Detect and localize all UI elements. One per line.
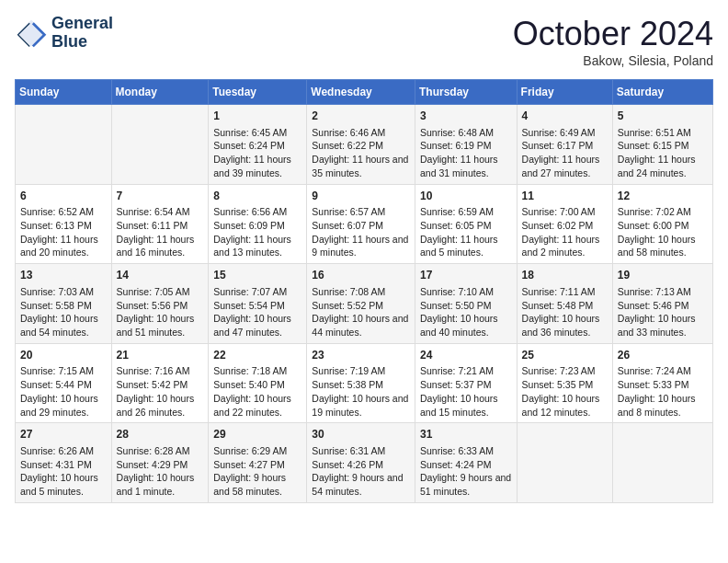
- daylight-text: Daylight: 10 hours and 36 minutes.: [522, 313, 600, 338]
- calendar-cell: 13Sunrise: 7:03 AMSunset: 5:58 PMDayligh…: [16, 264, 112, 344]
- calendar-cell: 4Sunrise: 6:49 AMSunset: 6:17 PMDaylight…: [517, 105, 612, 185]
- calendar-cell: 18Sunrise: 7:11 AMSunset: 5:48 PMDayligh…: [517, 264, 612, 344]
- sunset-text: Sunset: 6:07 PM: [312, 220, 383, 231]
- daylight-text: Daylight: 10 hours and 1 minute.: [117, 472, 195, 497]
- sunset-text: Sunset: 5:52 PM: [312, 300, 383, 311]
- daylight-text: Daylight: 10 hours and 40 minutes.: [420, 313, 498, 338]
- daylight-text: Daylight: 11 hours and 2 minutes.: [522, 234, 600, 259]
- calendar-week-row: 20Sunrise: 7:15 AMSunset: 5:44 PMDayligh…: [16, 343, 713, 423]
- sunrise-text: Sunrise: 6:45 AM: [213, 127, 287, 138]
- sunrise-text: Sunrise: 7:21 AM: [420, 365, 494, 376]
- day-number: 8: [213, 189, 301, 204]
- calendar-cell: 27Sunrise: 6:26 AMSunset: 4:31 PMDayligh…: [16, 423, 112, 503]
- day-number: 3: [420, 109, 512, 124]
- daylight-text: Daylight: 11 hours and 20 minutes.: [20, 234, 98, 259]
- daylight-text: Daylight: 11 hours and 27 minutes.: [522, 154, 600, 178]
- calendar-cell: 12Sunrise: 7:02 AMSunset: 6:00 PMDayligh…: [612, 184, 712, 264]
- daylight-text: Daylight: 10 hours and 33 minutes.: [618, 313, 696, 338]
- logo-text: General Blue: [51, 15, 113, 52]
- sunrise-text: Sunrise: 7:08 AM: [312, 286, 385, 297]
- daylight-text: Daylight: 10 hours and 12 minutes.: [522, 393, 600, 418]
- day-number: 24: [420, 348, 512, 363]
- sunrise-text: Sunrise: 7:10 AM: [420, 286, 494, 297]
- daylight-text: Daylight: 10 hours and 8 minutes.: [618, 393, 696, 418]
- day-number: 13: [20, 268, 107, 283]
- calendar-cell: 31Sunrise: 6:33 AMSunset: 4:24 PMDayligh…: [415, 423, 517, 503]
- day-number: 1: [213, 109, 301, 124]
- day-number: 18: [522, 268, 608, 283]
- sunrise-text: Sunrise: 7:24 AM: [618, 365, 691, 376]
- sunset-text: Sunset: 6:13 PM: [20, 220, 92, 231]
- calendar-cell: 8Sunrise: 6:56 AMSunset: 6:09 PMDaylight…: [209, 184, 307, 264]
- sunrise-text: Sunrise: 6:26 AM: [20, 445, 94, 456]
- calendar-cell: 5Sunrise: 6:51 AMSunset: 6:15 PMDaylight…: [612, 105, 712, 185]
- calendar-cell: [612, 423, 712, 503]
- calendar-week-row: 6Sunrise: 6:52 AMSunset: 6:13 PMDaylight…: [16, 184, 713, 264]
- calendar-cell: 16Sunrise: 7:08 AMSunset: 5:52 PMDayligh…: [307, 264, 415, 344]
- calendar-cell: 29Sunrise: 6:29 AMSunset: 4:27 PMDayligh…: [209, 423, 307, 503]
- sunset-text: Sunset: 5:46 PM: [618, 300, 689, 311]
- daylight-text: Daylight: 10 hours and 29 minutes.: [20, 393, 98, 418]
- day-number: 11: [522, 189, 608, 204]
- daylight-text: Daylight: 10 hours and 26 minutes.: [117, 393, 195, 418]
- sunrise-text: Sunrise: 7:07 AM: [213, 286, 287, 297]
- sunrise-text: Sunrise: 7:23 AM: [522, 365, 596, 376]
- sunrise-text: Sunrise: 6:54 AM: [117, 206, 190, 217]
- daylight-text: Daylight: 11 hours and 13 minutes.: [213, 234, 291, 259]
- day-number: 15: [213, 268, 301, 283]
- sunrise-text: Sunrise: 6:52 AM: [20, 206, 94, 217]
- day-number: 16: [312, 268, 410, 283]
- calendar-cell: 30Sunrise: 6:31 AMSunset: 4:26 PMDayligh…: [307, 423, 415, 503]
- day-number: 22: [213, 348, 301, 363]
- sunset-text: Sunset: 4:24 PM: [420, 459, 492, 470]
- day-number: 30: [312, 427, 410, 442]
- weekday-header: Tuesday: [209, 80, 307, 105]
- sunset-text: Sunset: 4:29 PM: [117, 459, 188, 470]
- calendar-cell: 15Sunrise: 7:07 AMSunset: 5:54 PMDayligh…: [209, 264, 307, 344]
- daylight-text: Daylight: 9 hours and 54 minutes.: [312, 472, 403, 497]
- sunrise-text: Sunrise: 6:49 AM: [522, 127, 596, 138]
- day-number: 5: [618, 109, 708, 124]
- day-number: 20: [20, 348, 107, 363]
- weekday-header: Wednesday: [307, 80, 415, 105]
- calendar-week-row: 27Sunrise: 6:26 AMSunset: 4:31 PMDayligh…: [16, 423, 713, 503]
- day-number: 10: [420, 189, 512, 204]
- day-number: 25: [522, 348, 608, 363]
- daylight-text: Daylight: 11 hours and 16 minutes.: [117, 234, 195, 259]
- sunrise-text: Sunrise: 7:15 AM: [20, 365, 94, 376]
- sunrise-text: Sunrise: 6:56 AM: [213, 206, 287, 217]
- day-number: 12: [618, 189, 708, 204]
- day-number: 31: [420, 427, 512, 442]
- calendar-week-row: 13Sunrise: 7:03 AMSunset: 5:58 PMDayligh…: [16, 264, 713, 344]
- sunrise-text: Sunrise: 6:46 AM: [312, 127, 385, 138]
- daylight-text: Daylight: 10 hours and 54 minutes.: [20, 313, 98, 338]
- sunrise-text: Sunrise: 7:05 AM: [117, 286, 190, 297]
- weekday-header: Sunday: [16, 80, 112, 105]
- calendar-cell: 14Sunrise: 7:05 AMSunset: 5:56 PMDayligh…: [111, 264, 209, 344]
- sunset-text: Sunset: 5:35 PM: [522, 379, 594, 390]
- sunrise-text: Sunrise: 7:02 AM: [618, 206, 691, 217]
- calendar-cell: [16, 105, 112, 185]
- sunrise-text: Sunrise: 6:28 AM: [117, 445, 190, 456]
- sunrise-text: Sunrise: 6:59 AM: [420, 206, 494, 217]
- calendar-cell: 23Sunrise: 7:19 AMSunset: 5:38 PMDayligh…: [307, 343, 415, 423]
- calendar-cell: 21Sunrise: 7:16 AMSunset: 5:42 PMDayligh…: [111, 343, 209, 423]
- daylight-text: Daylight: 10 hours and 22 minutes.: [213, 393, 291, 418]
- day-number: 14: [117, 268, 204, 283]
- sunset-text: Sunset: 6:19 PM: [420, 140, 492, 151]
- calendar-cell: 10Sunrise: 6:59 AMSunset: 6:05 PMDayligh…: [415, 184, 517, 264]
- weekday-header: Saturday: [612, 80, 712, 105]
- daylight-text: Daylight: 10 hours and 19 minutes.: [312, 393, 408, 418]
- calendar-cell: 2Sunrise: 6:46 AMSunset: 6:22 PMDaylight…: [307, 105, 415, 185]
- daylight-text: Daylight: 10 hours and 58 minutes.: [618, 234, 696, 259]
- sunset-text: Sunset: 6:05 PM: [420, 220, 492, 231]
- daylight-text: Daylight: 10 hours and 5 minutes.: [20, 472, 98, 497]
- sunrise-text: Sunrise: 7:16 AM: [117, 365, 190, 376]
- day-number: 9: [312, 189, 410, 204]
- calendar-cell: 22Sunrise: 7:18 AMSunset: 5:40 PMDayligh…: [209, 343, 307, 423]
- calendar-cell: [111, 105, 209, 185]
- sunrise-text: Sunrise: 7:19 AM: [312, 365, 385, 376]
- sunset-text: Sunset: 5:54 PM: [213, 300, 285, 311]
- location: Bakow, Silesia, Poland: [513, 53, 713, 68]
- calendar-cell: 17Sunrise: 7:10 AMSunset: 5:50 PMDayligh…: [415, 264, 517, 344]
